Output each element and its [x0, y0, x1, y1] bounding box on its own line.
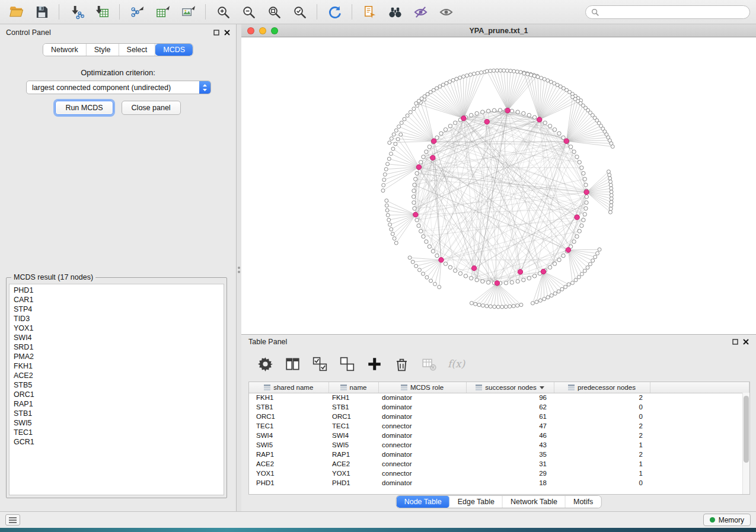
- add-entry-button[interactable]: [366, 355, 382, 372]
- memory-button[interactable]: Memory: [703, 514, 751, 526]
- cell-name[interactable]: RAP1: [328, 450, 378, 459]
- scrollbar-thumb[interactable]: [744, 396, 749, 463]
- list-item[interactable]: STP4: [9, 305, 224, 314]
- list-item[interactable]: PMA2: [9, 352, 224, 361]
- window-zoom-button[interactable]: [271, 27, 278, 34]
- cell-shared-name[interactable]: SWI4: [249, 431, 328, 440]
- clear-selection-button[interactable]: [339, 355, 355, 372]
- cell-predecessor-nodes[interactable]: 1: [554, 469, 650, 478]
- list-item[interactable]: TEC1: [9, 428, 224, 437]
- cell-name[interactable]: FKH1: [328, 393, 378, 402]
- apply-layout-button[interactable]: [324, 2, 344, 21]
- cell-name[interactable]: YOX1: [328, 469, 378, 478]
- tab-node-table[interactable]: Node Table: [397, 496, 450, 508]
- column-header-shared-name[interactable]: shared name: [249, 382, 328, 393]
- select-all-button[interactable]: [311, 355, 328, 372]
- cell-predecessor-nodes[interactable]: 1: [554, 459, 650, 469]
- close-panel-button[interactable]: Close panel: [122, 101, 181, 115]
- tab-mcds[interactable]: MCDS: [155, 44, 193, 56]
- list-item[interactable]: RAP1: [9, 399, 224, 409]
- list-item[interactable]: PHD1: [9, 286, 224, 295]
- cell-mcds-role[interactable]: connector: [378, 421, 466, 431]
- column-header-mcds-role[interactable]: MCDS role: [378, 382, 466, 393]
- cell-name[interactable]: ORC1: [328, 412, 378, 421]
- cell-successor-nodes[interactable]: 35: [466, 450, 554, 459]
- list-item[interactable]: SWI4: [9, 333, 224, 342]
- cell-predecessor-nodes[interactable]: 2: [554, 431, 650, 440]
- show-columns-button[interactable]: [284, 355, 301, 372]
- table-row[interactable]: FKH1FKH1dominator962: [249, 393, 749, 402]
- cell-mcds-role[interactable]: connector: [378, 459, 466, 469]
- import-table-button[interactable]: [92, 2, 112, 21]
- window-minimize-button[interactable]: [259, 27, 266, 34]
- cell-mcds-role[interactable]: dominator: [378, 412, 466, 421]
- list-item[interactable]: ACE2: [9, 371, 224, 380]
- cell-predecessor-nodes[interactable]: 0: [554, 402, 650, 412]
- cell-shared-name[interactable]: TEC1: [249, 421, 328, 431]
- list-item[interactable]: FKH1: [9, 361, 224, 371]
- cell-successor-nodes[interactable]: 62: [466, 402, 554, 412]
- table-row[interactable]: PHD1PHD1dominator180: [249, 478, 749, 488]
- control-panel-close-icon[interactable]: [224, 30, 230, 36]
- column-header-name[interactable]: name: [328, 382, 378, 393]
- list-item[interactable]: TID3: [9, 314, 224, 323]
- hide-selection-button[interactable]: [410, 2, 430, 21]
- table-row[interactable]: ACE2ACE2connector311: [249, 459, 749, 469]
- cell-successor-nodes[interactable]: 31: [466, 459, 554, 469]
- list-item[interactable]: YOX1: [9, 323, 224, 333]
- cell-predecessor-nodes[interactable]: 2: [554, 421, 650, 431]
- tab-style[interactable]: Style: [87, 44, 119, 56]
- table-scrollbar[interactable]: [742, 393, 749, 494]
- import-network-button[interactable]: [66, 2, 87, 21]
- show-all-button[interactable]: [436, 2, 456, 21]
- column-settings-button[interactable]: [257, 355, 273, 372]
- cell-name[interactable]: SWI4: [328, 431, 378, 440]
- save-session-button[interactable]: [31, 2, 52, 21]
- cell-predecessor-nodes[interactable]: 0: [554, 412, 650, 421]
- cell-predecessor-nodes[interactable]: 1: [554, 440, 650, 450]
- table-row[interactable]: YOX1YOX1connector291: [249, 469, 749, 478]
- cell-shared-name[interactable]: ACE2: [249, 459, 328, 469]
- cell-shared-name[interactable]: SWI5: [249, 440, 328, 450]
- control-panel-float-icon[interactable]: [213, 30, 219, 36]
- column-header-predecessor-nodes[interactable]: predecessor nodes: [554, 382, 650, 393]
- cell-predecessor-nodes[interactable]: 2: [554, 393, 650, 402]
- cell-shared-name[interactable]: RAP1: [249, 450, 328, 459]
- cell-name[interactable]: STB1: [328, 402, 378, 412]
- tab-edge-table[interactable]: Edge Table: [450, 496, 503, 508]
- cell-predecessor-nodes[interactable]: 0: [554, 478, 650, 488]
- cell-shared-name[interactable]: YOX1: [249, 469, 328, 478]
- table-panel-close-icon[interactable]: [743, 339, 749, 345]
- table-panel-float-icon[interactable]: [732, 339, 738, 345]
- cell-mcds-role[interactable]: dominator: [378, 402, 466, 412]
- status-menu-button[interactable]: [5, 514, 20, 525]
- table-row[interactable]: TEC1TEC1connector472: [249, 421, 749, 431]
- list-item[interactable]: STB5: [9, 380, 224, 390]
- clone-network-button[interactable]: [359, 2, 379, 21]
- cell-shared-name[interactable]: PHD1: [249, 478, 328, 488]
- tab-network[interactable]: Network: [43, 44, 87, 56]
- open-session-button[interactable]: [6, 2, 26, 21]
- tab-select[interactable]: Select: [119, 44, 156, 56]
- cell-name[interactable]: ACE2: [328, 459, 378, 469]
- cell-shared-name[interactable]: ORC1: [249, 412, 328, 421]
- zoom-selected-button[interactable]: [289, 2, 310, 21]
- cell-successor-nodes[interactable]: 46: [466, 431, 554, 440]
- table-row[interactable]: SWI5SWI5connector431: [249, 440, 749, 450]
- delete-entries-button[interactable]: [393, 355, 410, 372]
- cell-mcds-role[interactable]: dominator: [378, 393, 466, 402]
- export-network-button[interactable]: [127, 2, 147, 21]
- cell-name[interactable]: SWI5: [328, 440, 378, 450]
- cell-name[interactable]: TEC1: [328, 421, 378, 431]
- tab-motifs[interactable]: Motifs: [566, 496, 601, 508]
- tab-network-table[interactable]: Network Table: [503, 496, 566, 508]
- table-row[interactable]: STB1STB1dominator620: [249, 402, 749, 412]
- export-image-button[interactable]: [178, 2, 198, 21]
- cell-mcds-role[interactable]: dominator: [378, 478, 466, 488]
- cell-mcds-role[interactable]: connector: [378, 440, 466, 450]
- table-row[interactable]: RAP1RAP1dominator352: [249, 450, 749, 459]
- column-header-successor-nodes[interactable]: successor nodes: [466, 382, 554, 393]
- cell-successor-nodes[interactable]: 43: [466, 440, 554, 450]
- cell-shared-name[interactable]: STB1: [249, 402, 328, 412]
- cell-successor-nodes[interactable]: 47: [466, 421, 554, 431]
